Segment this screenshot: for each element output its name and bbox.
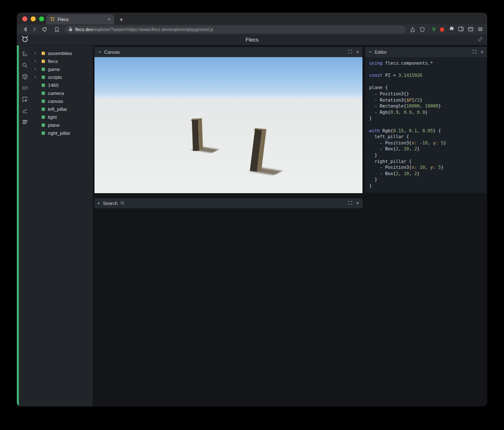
tree-item[interactable]: camera	[31, 89, 93, 97]
tree-item-label: camera	[48, 91, 64, 96]
tree-expand-arrow[interactable]: ›	[34, 50, 36, 56]
code-line: - Position3{}	[369, 91, 483, 97]
tab-strip: Flecs × +	[17, 13, 487, 24]
components-icon[interactable]	[21, 73, 29, 80]
editor-panel-header[interactable]: Editor ×	[365, 47, 487, 57]
code-line: - Rgb{0.9, 0.9, 0.9}	[369, 109, 483, 115]
chevron-down-icon[interactable]	[98, 50, 102, 55]
link-icon[interactable]	[478, 36, 483, 44]
search-panel-title: Search	[103, 201, 118, 206]
editor-code[interactable]: using flecs.components.* const PI = 3.14…	[365, 57, 487, 193]
tree-expand-arrow[interactable]: ›	[34, 74, 36, 80]
code-line: right_pillar {	[369, 158, 483, 165]
chevron-down-icon[interactable]	[368, 50, 372, 55]
content-area: Canvas ×	[93, 45, 487, 406]
code-line: }	[369, 176, 483, 183]
url-path: /explorer/?wasm=https://www.flecs.dev/ex…	[92, 27, 213, 32]
browser-window: Flecs × + flecs.dev/explorer/?wasm=https…	[17, 13, 487, 406]
icon-rail	[19, 45, 31, 406]
code-line: - Position3{x: 10, y: 5}	[369, 164, 483, 170]
bookmark-icon[interactable]	[52, 26, 61, 33]
app-header: Flecs	[17, 34, 487, 45]
back-icon[interactable]	[21, 26, 29, 33]
tree-item[interactable]: plane	[31, 121, 93, 129]
code-line: plane {	[369, 84, 483, 91]
close-icon[interactable]: ×	[356, 50, 359, 55]
tree-item-label: flecs	[48, 59, 58, 64]
tree-item[interactable]: right_pillar	[31, 129, 93, 137]
canvas-3d-viewport[interactable]	[94, 57, 362, 193]
expand-icon[interactable]	[472, 50, 477, 55]
code-line: left_pillar {	[369, 134, 483, 140]
tree-item[interactable]: ›scripts	[31, 73, 93, 81]
reload-icon[interactable]	[40, 26, 49, 33]
minimize-window-button[interactable]	[31, 16, 36, 21]
navigation-bar: flecs.dev/explorer/?wasm=https://www.fle…	[17, 24, 487, 34]
tree-item[interactable]: ›assemblies	[31, 49, 93, 57]
entity-tree-icon[interactable]	[21, 50, 29, 58]
wallet-icon[interactable]	[468, 26, 473, 33]
tree-item[interactable]: left_pillar	[31, 105, 93, 113]
tree-item[interactable]: 1460	[31, 81, 93, 89]
tree-expand-arrow[interactable]: ›	[34, 58, 36, 64]
code-line	[369, 79, 483, 85]
code-line: with Rgb{0.15, 0.1, 0.05} {	[369, 128, 483, 134]
new-tab-button[interactable]: +	[119, 16, 123, 23]
search-panel-header[interactable]: Search ×	[94, 198, 362, 208]
entity-color-square	[42, 123, 45, 127]
code-line	[369, 121, 483, 128]
code-line: }	[369, 183, 483, 189]
entity-color-square	[42, 92, 45, 95]
tree-item[interactable]: ›game	[31, 65, 93, 73]
entity-color-square	[42, 76, 45, 79]
browser-tab[interactable]: Flecs ×	[46, 14, 114, 24]
entity-color-square	[42, 60, 45, 63]
entity-tree: ›assemblies›flecs›game›scripts1460camera…	[31, 45, 93, 406]
page-title: Flecs	[17, 37, 487, 43]
sidebar-toggle-icon[interactable]	[458, 26, 464, 33]
search-icon[interactable]	[21, 62, 29, 69]
code-line: const PI = 3.1415926	[369, 72, 483, 79]
brave-shield-icon[interactable]	[418, 26, 427, 33]
code-icon[interactable]	[21, 84, 29, 92]
tree-item-label: 1460	[48, 83, 59, 88]
share-icon[interactable]	[409, 26, 417, 33]
canvas-panel-header[interactable]: Canvas ×	[94, 47, 362, 57]
forward-icon[interactable]	[31, 26, 39, 33]
tab-close-icon[interactable]: ×	[108, 17, 110, 22]
extension-v-icon[interactable]: V	[432, 26, 436, 32]
tree-item[interactable]: ›flecs	[31, 57, 93, 65]
left-pillar-3d	[192, 118, 204, 152]
extensions-cluster: V	[432, 26, 483, 33]
tab-title: Flecs	[58, 17, 68, 22]
url-bar[interactable]: flecs.dev/explorer/?wasm=https://www.fle…	[65, 26, 406, 33]
close-icon[interactable]: ×	[480, 50, 483, 55]
tree-item[interactable]: light	[31, 113, 93, 121]
code-line: - Position3{x: -10, y: 5}	[369, 140, 483, 146]
close-window-button[interactable]	[22, 16, 27, 21]
queries-icon[interactable]	[21, 118, 29, 126]
tree-item[interactable]: canvas	[31, 97, 93, 105]
editor-panel: Editor × using flecs.components.* const …	[365, 47, 487, 193]
zoom-window-button[interactable]	[39, 16, 44, 21]
tree-item-label: light	[48, 115, 57, 120]
editor-panel-title: Editor	[375, 50, 387, 55]
tree-item-label: assemblies	[48, 51, 72, 56]
code-line: - Box{2, 10, 2}	[369, 170, 483, 177]
traffic-lights	[22, 16, 44, 21]
expand-icon[interactable]	[348, 201, 352, 206]
inspector-icon[interactable]	[21, 96, 29, 103]
menu-icon[interactable]	[478, 26, 483, 33]
close-icon[interactable]: ×	[356, 201, 359, 206]
expand-icon[interactable]	[348, 50, 352, 55]
tree-item-label: scripts	[48, 75, 62, 80]
code-line: }	[369, 115, 483, 121]
tree-expand-arrow[interactable]: ›	[34, 66, 36, 72]
code-line	[369, 66, 483, 73]
extension-red-dot-icon[interactable]	[440, 27, 444, 32]
stats-chart-icon[interactable]	[21, 107, 29, 114]
extensions-puzzle-icon[interactable]	[449, 26, 454, 33]
entity-color-square	[42, 100, 45, 103]
tree-item-label: plane	[48, 123, 60, 128]
code-line: }	[369, 152, 483, 158]
